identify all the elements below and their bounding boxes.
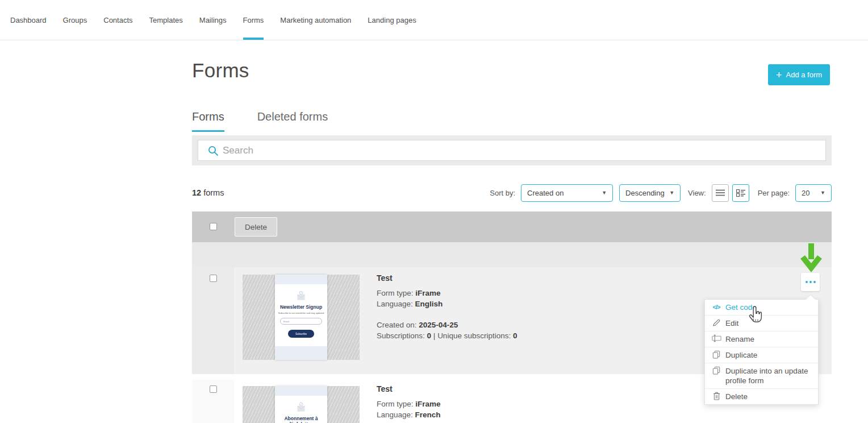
more-actions-button[interactable]	[801, 273, 820, 291]
per-page-label: Per page:	[758, 189, 790, 197]
code-icon: </>	[711, 302, 721, 312]
separator: |	[433, 331, 436, 340]
forms-count-label: forms	[203, 188, 224, 197]
forms-page: Dashboard Groups Contacts Templates Mail…	[0, 0, 868, 423]
list-view-icon	[716, 189, 725, 196]
form-type-line: Form type: iFrame	[377, 288, 517, 298]
created-label: Created on:	[377, 321, 417, 329]
form-details: Test Form type: iFrame Language: French	[377, 384, 441, 420]
search-input[interactable]	[198, 140, 825, 160]
nav-item-marketing-automation[interactable]: Marketing automation	[280, 0, 351, 40]
language-label: Language:	[377, 300, 413, 308]
ellipsis-icon	[806, 281, 808, 283]
chevron-down-icon: ▼	[602, 190, 607, 196]
card-view-button[interactable]	[732, 184, 749, 202]
row-checkbox[interactable]	[210, 275, 217, 282]
bulk-delete-button[interactable]: Delete	[235, 217, 277, 237]
envelope-icon	[295, 402, 307, 412]
nav-item-contacts[interactable]: Contacts	[103, 0, 132, 40]
chevron-down-icon: ▼	[669, 190, 674, 196]
unique-subscriptions-label: Unique subscriptions:	[437, 331, 511, 340]
top-navigation: Dashboard Groups Contacts Templates Mail…	[0, 0, 868, 40]
language-line: Language: French	[377, 409, 441, 420]
unique-subscriptions-value: 0	[513, 331, 518, 340]
duplicate-icon	[711, 366, 721, 377]
add-form-button[interactable]: + Add a form	[768, 64, 830, 85]
menu-item-label: Duplicate	[725, 351, 757, 359]
form-thumbnail[interactable]: Newsletter Signup Subscribe to our newsl…	[243, 275, 360, 360]
toolbar: 12 forms Sort by: Created on ▼ Descendin…	[192, 184, 832, 202]
nav-item-landing-pages[interactable]: Landing pages	[368, 0, 416, 40]
tab-deleted-forms[interactable]: Deleted forms	[257, 110, 328, 132]
menu-item-duplicate[interactable]: Duplicate	[705, 347, 818, 363]
forms-count: 12 forms	[192, 188, 224, 197]
form-type-line: Form type: iFrame	[377, 399, 441, 409]
list-spacer-band	[192, 242, 832, 267]
subscriptions-label: Subscriptions:	[377, 331, 425, 340]
nav-item-templates[interactable]: Templates	[149, 0, 183, 40]
checkbox-column	[192, 267, 234, 374]
plus-icon: +	[776, 70, 782, 80]
green-arrow-annotation	[800, 242, 823, 273]
language-value: French	[415, 410, 441, 419]
per-page-value: 20	[802, 189, 809, 197]
menu-item-label: Edit	[725, 319, 738, 327]
language-line: Language: English	[377, 298, 517, 309]
preview-form-title: Abonnement à l'infolettre	[279, 416, 323, 423]
nav-item-mailings[interactable]: Mailings	[199, 0, 227, 40]
form-preview-card: Newsletter Signup Subscribe to our newsl…	[275, 275, 327, 360]
search-box	[198, 140, 826, 161]
sort-by-value: Created on	[527, 189, 564, 197]
tab-forms[interactable]: Forms	[192, 110, 224, 132]
form-type-label: Form type:	[377, 400, 414, 408]
nav-item-groups[interactable]: Groups	[63, 0, 87, 40]
form-thumbnail[interactable]: Abonnement à l'infolettre	[243, 386, 360, 423]
subscriptions-value: 0	[427, 331, 432, 340]
preview-header-band	[275, 275, 327, 284]
tabs: Forms Deleted forms	[192, 110, 328, 132]
view-label: View:	[688, 189, 706, 197]
form-preview-card: Abonnement à l'infolettre	[275, 386, 327, 423]
row-checkbox[interactable]	[210, 385, 217, 393]
sort-direction-value: Descending	[625, 189, 665, 197]
language-label: Language:	[377, 410, 413, 419]
sort-direction-select[interactable]: Descending ▼	[619, 184, 681, 202]
form-type-value: iFrame	[415, 400, 440, 408]
created-value: 2025-04-25	[419, 321, 458, 329]
duplicate-icon	[711, 350, 721, 361]
forms-count-number: 12	[192, 188, 201, 197]
menu-item-delete[interactable]: Delete	[705, 388, 818, 404]
language-value: English	[415, 300, 443, 308]
preview-header-band	[275, 386, 327, 396]
sort-by-select[interactable]: Created on ▼	[521, 184, 613, 202]
list-view-button[interactable]	[712, 184, 729, 202]
page-title: Forms	[192, 59, 249, 82]
preview-email-field: Email	[280, 318, 322, 325]
form-type-label: Form type:	[377, 289, 414, 297]
sort-by-label: Sort by:	[490, 189, 515, 197]
add-form-button-label: Add a form	[786, 70, 823, 79]
list-header: Delete	[192, 212, 832, 242]
rename-icon	[711, 334, 721, 345]
created-line: Created on: 2025-04-25	[377, 320, 517, 330]
preview-footer-band	[275, 346, 327, 360]
form-details: Test Form type: iFrame Language: English…	[377, 273, 517, 341]
select-all-checkbox[interactable]	[210, 223, 217, 230]
preview-subscribe-button: Subscribe	[288, 330, 314, 338]
nav-item-dashboard[interactable]: Dashboard	[10, 0, 47, 40]
chevron-down-icon: ▼	[820, 190, 825, 196]
menu-item-label: Rename	[725, 335, 754, 343]
form-name: Test	[377, 384, 441, 393]
trash-icon	[711, 392, 721, 403]
menu-item-label: Delete	[725, 392, 748, 401]
preview-form-title: Newsletter Signup	[280, 304, 322, 310]
per-page-select[interactable]: 20 ▼	[795, 184, 832, 202]
form-name: Test	[377, 273, 517, 283]
menu-item-duplicate-update-profile[interactable]: Duplicate into an update profile form	[705, 363, 818, 388]
subscriptions-line: Subscriptions: 0 | Unique subscriptions:…	[377, 330, 517, 341]
search-icon	[208, 146, 219, 156]
nav-item-forms[interactable]: Forms	[243, 0, 264, 40]
pencil-icon	[711, 318, 721, 329]
form-type-value: iFrame	[415, 289, 440, 297]
menu-item-rename[interactable]: Rename	[705, 331, 818, 347]
